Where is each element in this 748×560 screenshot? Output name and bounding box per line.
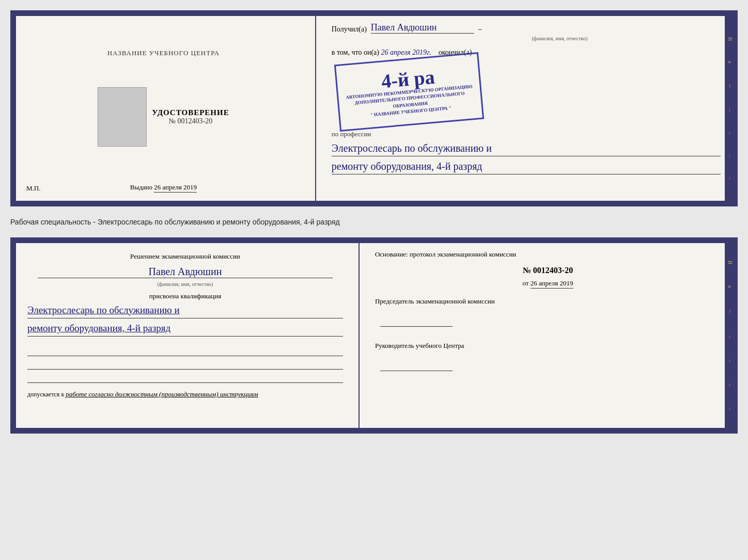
fio-small-top: (фамилия, имя, отчество) <box>399 36 721 41</box>
person-name-bottom: Павел Авдюшин <box>38 266 333 278</box>
cert-number-top: № 0012403-20 <box>152 117 229 125</box>
udostoverenie-title: УДОСТОВЕРЕНИЕ <box>152 108 229 117</box>
udostoverenie-block: УДОСТОВЕРЕНИЕ № 0012403-20 <box>152 108 229 125</box>
dash-symbol: – <box>478 25 482 34</box>
vtom-line: в том, что он(а) 26 апреля 2019г. окончи… <box>332 49 721 57</box>
page-wrapper: НАЗВАНИЕ УЧЕБНОГО ЦЕНТРА УДОСТОВЕРЕНИЕ №… <box>10 10 738 434</box>
side-bar-b-1: И <box>727 261 733 264</box>
side-bar-symbol-5: – <box>727 132 733 134</box>
issued-date: 26 апреля 2019 <box>154 183 197 193</box>
side-bar-symbol-1: И <box>727 37 733 41</box>
sig-line-3 <box>27 372 343 383</box>
sig-line-2 <box>27 358 343 370</box>
mp-label: М.П. <box>26 184 40 193</box>
side-bar-b-5: – <box>727 360 733 362</box>
protocol-number: № 0012403-20 <box>375 266 721 275</box>
sig-line-1 <box>27 345 343 356</box>
dopuskaetsya-block: допускается к работе согласно должностны… <box>27 390 343 398</box>
recipient-label: Получил(а) <box>332 25 367 34</box>
side-bar-b-6: – <box>727 384 733 387</box>
predsedatel-block: Председатель экзаменационной комиссии <box>375 297 721 329</box>
qualification-line1: Электрослесарь по обслуживанию и <box>27 302 343 318</box>
prisvoena-text: присвоена квалификация <box>27 292 343 300</box>
issued-line: Выдано 26 апреля 2019 <box>130 183 197 193</box>
recipient-name: Павел Авдюшин <box>371 22 474 34</box>
side-bar-b-3: ← <box>727 309 733 314</box>
side-bar-symbol-7: – <box>727 177 733 180</box>
bottom-cert-left: Решением экзаменационной комиссии Павел … <box>12 239 360 432</box>
dopuskaetsya-label: допускается к <box>27 391 64 398</box>
profession-label-top: по профессии <box>332 130 371 138</box>
center-title-top: НАЗВАНИЕ УЧЕБНОГО ЦЕНТРА <box>107 49 220 57</box>
top-cert-left: НАЗВАНИЕ УЧЕБНОГО ЦЕНТРА УДОСТОВЕРЕНИЕ №… <box>12 12 316 205</box>
photo-placeholder <box>98 87 147 147</box>
vtom-date: 26 апреля 2019г. <box>381 49 431 56</box>
predsedatel-title: Председатель экзаменационной комиссии <box>375 297 721 306</box>
rukovoditel-title: Руководитель учебного Центра <box>375 341 721 350</box>
profession-line1-top: Электрослесарь по обслуживанию и <box>332 140 721 156</box>
side-bar-symbol-2: а <box>727 61 733 63</box>
bottom-cert-right: Основание: протокол экзаменационной коми… <box>360 239 736 432</box>
side-bars-top: И а ← – – – – <box>725 12 736 205</box>
recipient-line: Получил(а) Павел Авдюшин – <box>332 22 721 34</box>
side-bar-b-7: – <box>727 408 733 410</box>
top-cert-right: Получил(а) Павел Авдюшин – (фамилия, имя… <box>316 12 736 205</box>
reshenie-title: Решением экзаменационной комиссии <box>27 251 343 262</box>
stamp-overlay: 4-й ра АВТОНОМНУЮ НЕКОММЕРЧЕСКУЮ ОРГАНИЗ… <box>334 52 484 132</box>
between-text-content: Рабочая специальность - Электрослесарь п… <box>10 218 340 226</box>
qualification-line2: ремонту оборудования, 4-й разряд <box>27 321 343 337</box>
dopuskaetsya-text: работе согласно должностным (производств… <box>66 390 258 398</box>
top-certificate: НАЗВАНИЕ УЧЕБНОГО ЦЕНТРА УДОСТОВЕРЕНИЕ №… <box>10 10 738 206</box>
side-bar-symbol-3: ← <box>727 84 733 89</box>
osnovanie-title: Основание: протокол экзаменационной коми… <box>375 249 721 260</box>
bottom-certificate: Решением экзаменационной комиссии Павел … <box>10 237 738 434</box>
side-bars-bottom: И а ← – – – – <box>725 239 736 432</box>
ot-date: от 26 апреля 2019 <box>375 279 721 289</box>
side-bar-b-2: а <box>727 285 733 287</box>
ot-date-value: 26 апреля 2019 <box>531 279 573 289</box>
ot-label: от <box>522 279 528 287</box>
side-bar-symbol-4: – <box>727 109 733 111</box>
between-text: Рабочая специальность - Электрослесарь п… <box>10 216 738 228</box>
profession-line2-top: ремонту оборудования, 4-й разряд <box>332 158 721 174</box>
rukovoditel-block: Руководитель учебного Центра <box>375 341 721 373</box>
fio-small-bottom: (фамилия, имя, отчество) <box>27 281 343 287</box>
signature-lines <box>27 345 343 383</box>
predsedatel-sig-line <box>380 316 453 327</box>
profession-block-top: по профессии Электрослесарь по обслужива… <box>332 129 721 174</box>
issued-label: Выдано <box>130 183 152 191</box>
vtom-label: в том, что он(а) <box>332 49 379 56</box>
rukovoditel-sig-line <box>380 361 453 371</box>
side-bar-b-4: – <box>727 336 733 339</box>
side-bar-symbol-6: – <box>727 154 733 157</box>
